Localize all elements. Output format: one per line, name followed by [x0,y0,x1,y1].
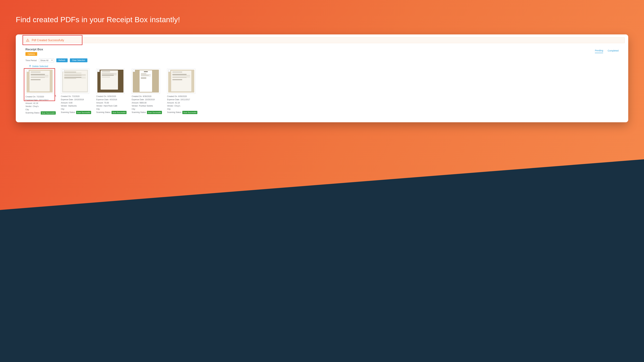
city-label: City: [26,108,29,111]
section-left: Receipt Box Options [26,48,43,56]
amount-label: Amount: [96,101,104,105]
receipt-thumbnail[interactable] [132,68,160,94]
created-on-label: Created On: [96,95,107,98]
amount-value: 70.00 [104,101,109,105]
created-on-value: 6/30/2020 [107,95,116,98]
time-period-label: Time Period [26,59,37,62]
expense-date-label: Expense Date: [26,99,38,102]
amount-value: 5600.00 [140,101,146,105]
refresh-button[interactable]: Refresh [56,58,68,62]
options-button[interactable]: Options [26,52,37,56]
warning-icon [26,38,30,42]
status-badge: Scan Successful [147,111,162,114]
expense-date-value: 4/3/2016 [110,98,117,101]
receipt-image [26,70,53,92]
alert-message: Pdf Created Successfully [32,39,64,42]
section-title: Receipt Box [26,48,43,51]
status-label: Scanning Status: [26,111,40,115]
city-label: City: [167,108,171,111]
receipt-meta: Created On: 7/2/2020 Expense Date: 10/11… [26,95,57,115]
receipt-image [62,70,88,92]
vendor-label: Vendor: [96,104,103,108]
app-card: Pdf Created Successfully Receipt Box Opt… [16,34,628,122]
vendor-label: Vendor: [167,104,174,108]
receipt-image [133,70,159,92]
amount-label: Amount: [167,101,174,105]
pdf-icon[interactable] [54,95,57,99]
status-badge: Scan Successful [76,111,91,114]
status-label: Scanning Status: [167,111,182,114]
expense-date-value: 10/11/2017 [39,99,48,102]
amount-label: Amount: [132,101,139,105]
receipt-checkbox[interactable] [26,70,29,72]
receipt-checkbox[interactable] [133,70,135,72]
receipt-meta: Created On: 7/2/2020 Expense Date: 10/10… [61,95,92,114]
receipt-image [98,70,124,92]
expense-date-label: Expense Date: [167,98,180,101]
status-badge: Scan Successful [112,111,126,114]
city-label: City: [96,108,100,111]
expense-date-label: Expense Date: [132,98,144,101]
vendor-label: Vendor: [132,104,138,108]
city-label: City: [132,108,136,111]
amount-label: Amount: [26,102,33,105]
vendor-value: Starbucks [68,104,76,108]
expense-date-value: 10/11/2017 [180,98,190,101]
receipt-meta: Created On: 6/30/2020 Expense Date: 10/2… [132,95,163,114]
created-on-label: Created On: [167,95,178,98]
receipt-checkbox[interactable] [168,70,170,72]
created-on-value: 7/2/2020 [72,95,80,98]
delete-selected-link[interactable]: Delete Selected [29,65,618,67]
section-header-row: Receipt Box Options Pending Completed [26,48,618,56]
receipt-image [168,70,194,92]
filter-row: Time Period Show All Refresh Clear Selec… [26,58,618,62]
receipt-thumbnail[interactable] [167,68,196,94]
tab-pending[interactable]: Pending [595,49,603,53]
created-on-label: Created On: [132,95,142,98]
status-badge: Scan Successful [182,111,197,114]
receipt-tile[interactable]: Created On: 6/30/2020 Expense Date: 10/2… [132,68,163,115]
receipt-thumbnail[interactable] [26,68,54,94]
trash-icon [29,65,31,67]
receipt-checkbox[interactable] [98,70,100,72]
vendor-value: Chuy's [33,105,38,108]
expense-date-value: 10/10/2019 [74,98,84,101]
content-inner: Receipt Box Options Pending Completed Ti… [16,48,628,115]
amount-value: 42.19 [33,102,38,105]
receipt-checkbox[interactable] [62,70,64,72]
city-label: City: [61,108,65,111]
amount-value: 8.80 [69,101,72,105]
status-label: Scanning Status: [96,111,111,114]
created-on-value: 7/2/2020 [36,96,44,98]
delete-selected-label: Delete Selected [32,65,48,67]
time-period-select[interactable]: Show All [39,58,54,62]
alert-container: Pdf Created Successfully [16,37,628,43]
receipt-thumbnail[interactable] [96,68,124,94]
clear-selection-button[interactable]: Clear Selection [70,58,88,62]
receipt-thumbnail[interactable] [61,68,89,94]
amount-value: 42.19 [175,101,180,105]
status-label: Scanning Status: [61,111,76,114]
vendor-value: Chuy's [174,104,180,108]
receipt-tile[interactable]: Created On: 6/30/2020 Expense Date: 10/1… [167,68,198,115]
expense-date-label: Expense Date: [61,98,74,101]
expense-date-value: 10/25/2019 [145,98,155,101]
tabs: Pending Completed [595,49,618,53]
status-label: Scanning Status: [132,111,146,114]
vendor-value: Hard Rock Cafe [104,104,117,108]
time-period-value: Show All [40,59,48,62]
page-headline: Find created PDFs in your Receipt Box in… [16,15,180,24]
receipts-grid: Created On: 7/2/2020 Expense Date: 10/11… [26,68,618,115]
receipt-tile[interactable]: Created On: 7/2/2020 Expense Date: 10/11… [26,68,57,115]
tab-completed[interactable]: Completed [608,49,618,53]
created-on-value: 6/30/2020 [143,95,151,98]
vendor-label: Vendor: [26,105,32,108]
receipt-meta: Created On: 6/30/2020 Expense Date: 10/1… [167,95,198,114]
receipt-tile[interactable]: Created On: 7/2/2020 Expense Date: 10/10… [61,68,92,115]
amount-label: Amount: [61,101,68,105]
receipt-meta: Created On: 6/30/2020 Expense Date: 4/3/… [96,95,128,114]
vendor-value: Pushkar Sweets [139,104,153,108]
status-badge: Scan Successful [41,111,56,115]
expense-date-label: Expense Date: [96,98,109,101]
receipt-tile[interactable]: Created On: 6/30/2020 Expense Date: 4/3/… [96,68,128,115]
